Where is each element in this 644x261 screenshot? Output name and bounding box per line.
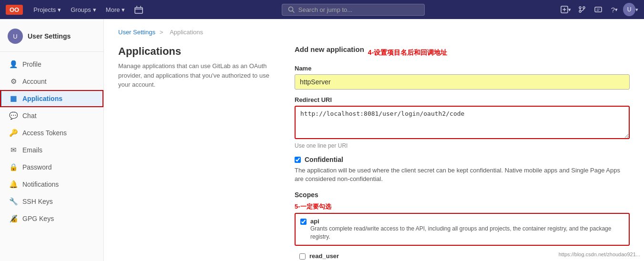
annotation-5-text: 5-一定要勾选 bbox=[295, 202, 331, 211]
top-navigation: OO Projects ▾ Groups ▾ More ▾ ▾ ? ▾ bbox=[0, 0, 644, 19]
emails-icon: ✉ bbox=[9, 146, 18, 154]
svg-point-4 bbox=[579, 10, 581, 12]
svg-rect-6 bbox=[595, 7, 602, 12]
main-content: User Settings > Applications Application… bbox=[104, 19, 644, 261]
account-icon: ⚙ bbox=[9, 77, 18, 86]
sidebar-item-label: GPG Keys bbox=[22, 215, 54, 222]
new-item-button[interactable]: ▾ bbox=[558, 2, 573, 17]
breadcrumb-parent[interactable]: User Settings bbox=[118, 29, 155, 36]
search-box[interactable] bbox=[282, 4, 425, 16]
api-scope-name: api bbox=[310, 218, 624, 225]
page-title: Applications bbox=[118, 45, 280, 58]
svg-point-5 bbox=[583, 7, 585, 9]
right-column: Add new application 4-设置项目名后和回调地址 Name R… bbox=[295, 45, 630, 261]
sidebar-item-label: Notifications bbox=[22, 181, 59, 188]
sidebar-item-label: Profile bbox=[22, 60, 41, 68]
sidebar-item-notifications[interactable]: 🔔 Notifications bbox=[0, 176, 103, 193]
avatar[interactable]: U bbox=[623, 3, 635, 16]
sidebar-item-label: Password bbox=[22, 163, 51, 171]
page-description: Manage applications that can use GitLab … bbox=[118, 61, 280, 90]
scopes-title: Scopes bbox=[295, 191, 630, 199]
main-layout: U User Settings 👤 Profile ⚙ Account ▦ Ap… bbox=[0, 19, 644, 261]
sidebar-item-emails[interactable]: ✉ Emails bbox=[0, 141, 103, 159]
redirect-uri-label: Redirect URI bbox=[295, 96, 630, 103]
read-user-scope-content: read_user bbox=[309, 252, 339, 260]
sidebar-item-ssh-keys[interactable]: 🔧 SSH Keys bbox=[0, 193, 103, 210]
scope-item-api: api Grants complete read/write access to… bbox=[295, 213, 630, 246]
sidebar-username: User Settings bbox=[28, 32, 71, 40]
confidential-label[interactable]: Confidential bbox=[305, 156, 343, 163]
applications-icon: ▦ bbox=[9, 94, 18, 103]
gpg-keys-icon: 🔏 bbox=[9, 214, 18, 223]
sidebar-item-label: SSH Keys bbox=[22, 198, 53, 205]
profile-icon: 👤 bbox=[9, 60, 18, 69]
password-icon: 🔒 bbox=[9, 163, 18, 171]
sidebar-item-applications[interactable]: ▦ Applications bbox=[0, 90, 103, 107]
name-input[interactable] bbox=[295, 74, 630, 90]
redirect-uri-hint: Use one line per URI bbox=[295, 142, 630, 149]
sidebar-item-label: Emails bbox=[22, 146, 42, 154]
api-scope-desc: Grants complete read/write access to the… bbox=[310, 225, 624, 241]
projects-menu[interactable]: Projects ▾ bbox=[29, 0, 66, 19]
api-scope-checkbox[interactable] bbox=[300, 219, 307, 225]
sidebar-item-password[interactable]: 🔒 Password bbox=[0, 159, 103, 176]
sidebar-item-account[interactable]: ⚙ Account bbox=[0, 73, 103, 90]
sidebar-item-label: Account bbox=[22, 78, 47, 85]
search-input[interactable] bbox=[298, 6, 413, 13]
annotation-4-text: 4-设置项目名后和回调地址 bbox=[368, 49, 447, 57]
confidential-checkbox-row: Confidential bbox=[295, 156, 630, 163]
nav-icon-group: ▾ ? ▾ U ▾ bbox=[558, 2, 638, 17]
merge-requests-icon[interactable] bbox=[574, 2, 590, 17]
svg-rect-0 bbox=[135, 8, 143, 13]
name-label: Name bbox=[295, 65, 630, 72]
notifications-icon: 🔔 bbox=[9, 180, 18, 189]
sidebar-item-label: Chat bbox=[22, 112, 37, 120]
groups-menu[interactable]: Groups ▾ bbox=[66, 0, 101, 19]
redirect-uri-field-group: Redirect URI http://localhost:8081/user/… bbox=[295, 96, 630, 149]
chat-icon: 💬 bbox=[9, 111, 18, 120]
user-menu[interactable]: U ▾ bbox=[623, 2, 638, 17]
issues-icon[interactable] bbox=[591, 2, 606, 17]
breadcrumb-current: Applications bbox=[170, 29, 203, 36]
redirect-uri-input[interactable]: http://localhost:8081/user/login/oauth2/… bbox=[295, 106, 630, 139]
sidebar-item-profile[interactable]: 👤 Profile bbox=[0, 56, 103, 73]
sidebar-item-label: Access Tokens bbox=[22, 129, 67, 137]
api-scope-content: api Grants complete read/write access to… bbox=[310, 218, 624, 241]
breadcrumb: User Settings > Applications bbox=[118, 29, 630, 36]
more-menu[interactable]: More ▾ bbox=[101, 0, 130, 19]
read-user-scope-name: read_user bbox=[309, 252, 339, 260]
search-icon bbox=[288, 6, 295, 13]
left-column: Applications Manage applications that ca… bbox=[118, 45, 280, 99]
annotation-5-row: 5-一定要勾选 bbox=[295, 202, 630, 211]
watermark: https://blog.csdn.net/zhoudao921... bbox=[559, 251, 640, 257]
search-area bbox=[148, 4, 558, 16]
breadcrumb-separator: > bbox=[160, 29, 164, 36]
sidebar-item-chat[interactable]: 💬 Chat bbox=[0, 107, 103, 124]
name-field-group: Name bbox=[295, 65, 630, 90]
sidebar-item-gpg-keys[interactable]: 🔏 GPG Keys bbox=[0, 210, 103, 227]
content-columns: Applications Manage applications that ca… bbox=[118, 45, 630, 261]
gitlab-logo[interactable]: OO bbox=[6, 5, 23, 15]
form-section-title: Add new application bbox=[295, 45, 364, 53]
sidebar-applications-wrapper: ▦ Applications bbox=[0, 90, 103, 107]
confidential-checkbox[interactable] bbox=[295, 157, 301, 163]
help-menu[interactable]: ? ▾ bbox=[607, 2, 622, 17]
confidential-field-group: Confidential The application will be use… bbox=[295, 156, 630, 183]
activity-icon[interactable] bbox=[130, 0, 148, 19]
access-tokens-icon: 🔑 bbox=[9, 129, 18, 137]
sidebar-item-access-tokens[interactable]: 🔑 Access Tokens bbox=[0, 124, 103, 141]
confidential-description: The application will be used where the c… bbox=[295, 166, 630, 183]
read-user-scope-checkbox[interactable] bbox=[299, 253, 306, 260]
sidebar-avatar: U bbox=[8, 29, 23, 44]
sidebar: U User Settings 👤 Profile ⚙ Account ▦ Ap… bbox=[0, 19, 104, 261]
sidebar-user-section: U User Settings bbox=[0, 24, 103, 52]
svg-point-3 bbox=[579, 7, 581, 9]
ssh-keys-icon: 🔧 bbox=[9, 197, 18, 206]
sidebar-item-label: Applications bbox=[22, 95, 62, 102]
